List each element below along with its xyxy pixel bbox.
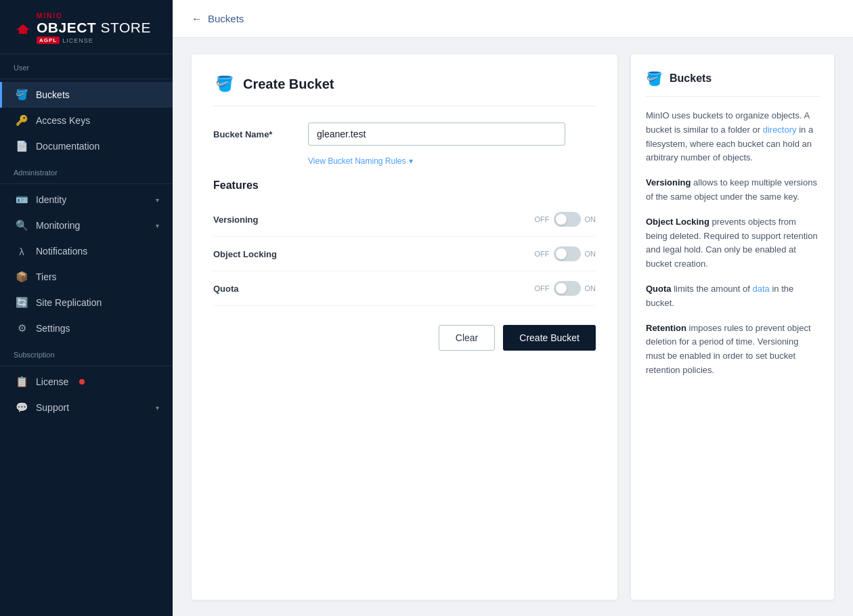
naming-rules-chevron-icon: ▾ bbox=[409, 156, 413, 166]
versioning-label: Versioning bbox=[213, 215, 535, 225]
site-replication-icon: 🔄 bbox=[16, 296, 28, 309]
documentation-icon: 📄 bbox=[16, 140, 28, 152]
object-locking-on-label: ON bbox=[585, 250, 596, 258]
object-locking-toggle-wrap: OFF ON bbox=[535, 246, 596, 261]
object-locking-label: Object Locking bbox=[213, 249, 535, 259]
view-naming-rules-link[interactable]: View Bucket Naming Rules ▾ bbox=[308, 156, 596, 166]
sidebar-item-buckets[interactable]: 🪣 Buckets bbox=[0, 82, 173, 108]
info-section-buckets: MinIO uses buckets to organize objects. … bbox=[646, 109, 819, 165]
bucket-name-label: Bucket Name* bbox=[213, 123, 294, 139]
identity-icon: 🪪 bbox=[16, 194, 28, 206]
sidebar: MINIO OBJECT STORE AGPL LICENSE User 🪣 B… bbox=[0, 0, 173, 616]
create-bucket-button[interactable]: Create Bucket bbox=[503, 325, 596, 351]
bucket-name-input[interactable] bbox=[308, 123, 565, 146]
info-retention-text: Retention imposes rules to prevent objec… bbox=[646, 322, 819, 378]
sidebar-label-tiers: Tiers bbox=[36, 271, 57, 282]
breadcrumb[interactable]: Buckets bbox=[208, 13, 244, 24]
sidebar-item-support[interactable]: 💬 Support ▾ bbox=[0, 395, 173, 420]
divider-admin bbox=[0, 183, 173, 184]
quota-on-label: ON bbox=[585, 284, 596, 292]
bucket-name-input-wrap bbox=[308, 123, 565, 146]
sidebar-label-site-replication: Site Replication bbox=[36, 297, 102, 308]
license-icon: 📋 bbox=[16, 376, 28, 388]
monitoring-icon: 🔍 bbox=[16, 219, 28, 232]
divider-user bbox=[0, 79, 173, 79]
info-bucket-icon: 🪣 bbox=[646, 70, 663, 87]
back-button[interactable]: ← bbox=[192, 13, 202, 25]
sidebar-label-settings: Settings bbox=[36, 323, 70, 334]
quota-label: Quota bbox=[213, 284, 535, 294]
sidebar-item-site-replication[interactable]: 🔄 Site Replication bbox=[0, 290, 173, 315]
info-object-locking-text: Object Locking prevents objects from bei… bbox=[646, 215, 819, 271]
sidebar-item-monitoring[interactable]: 🔍 Monitoring ▾ bbox=[0, 213, 173, 238]
user-section-label: User bbox=[0, 54, 173, 76]
identity-chevron-icon: ▾ bbox=[156, 196, 159, 204]
info-section-quota: Quota limits the amount of data in the b… bbox=[646, 282, 819, 311]
bucket-icon-large: 🪣 bbox=[213, 73, 235, 95]
sidebar-label-documentation: Documentation bbox=[36, 141, 100, 152]
quota-off-label: OFF bbox=[535, 284, 550, 292]
info-buckets-text: MinIO uses buckets to organize objects. … bbox=[646, 109, 819, 165]
settings-icon: ⚙ bbox=[16, 322, 28, 334]
versioning-row: Versioning OFF ON bbox=[213, 202, 596, 237]
divider-subscription bbox=[0, 366, 173, 366]
info-versioning-text: Versioning allows to keep multiple versi… bbox=[646, 176, 819, 204]
quota-row: Quota OFF ON bbox=[213, 271, 596, 306]
quota-toggle[interactable] bbox=[554, 281, 581, 296]
versioning-on-label: ON bbox=[585, 215, 596, 223]
sidebar-item-license[interactable]: 📋 License bbox=[0, 369, 173, 395]
info-section-object-locking: Object Locking prevents objects from bei… bbox=[646, 215, 819, 271]
features-title: Features bbox=[213, 179, 596, 192]
clear-button[interactable]: Clear bbox=[439, 325, 495, 351]
topbar: ← Buckets bbox=[173, 0, 853, 38]
sidebar-label-buckets: Buckets bbox=[36, 89, 70, 100]
support-chevron-icon: ▾ bbox=[156, 404, 159, 412]
sidebar-label-license: License bbox=[36, 376, 68, 387]
action-buttons: Clear Create Bucket bbox=[213, 325, 596, 351]
logo-minio: MINIO OBJECT STORE AGPL LICENSE bbox=[14, 12, 159, 44]
sidebar-item-notifications[interactable]: λ Notifications bbox=[0, 238, 173, 264]
versioning-toggle[interactable] bbox=[554, 212, 581, 227]
sidebar-item-access-keys[interactable]: 🔑 Access Keys bbox=[0, 108, 173, 133]
create-bucket-card: 🪣 Create Bucket Bucket Name* View Bucket… bbox=[192, 54, 617, 600]
logo-minio-text: MINIO bbox=[37, 12, 63, 20]
notifications-icon: λ bbox=[16, 245, 28, 257]
versioning-toggle-knob bbox=[556, 214, 567, 225]
versioning-off-label: OFF bbox=[535, 215, 550, 223]
sidebar-label-monitoring: Monitoring bbox=[36, 220, 80, 231]
page-content: 🪣 Create Bucket Bucket Name* View Bucket… bbox=[173, 38, 853, 616]
subscription-section-label: Subscription bbox=[0, 341, 173, 363]
sidebar-label-access-keys: Access Keys bbox=[36, 115, 90, 126]
sidebar-item-settings[interactable]: ⚙ Settings bbox=[0, 315, 173, 341]
info-panel-title: Buckets bbox=[670, 72, 712, 85]
info-panel-header: 🪣 Buckets bbox=[646, 70, 819, 97]
sidebar-item-identity[interactable]: 🪪 Identity ▾ bbox=[0, 187, 173, 213]
sidebar-item-tiers[interactable]: 📦 Tiers bbox=[0, 264, 173, 290]
object-locking-toggle-knob bbox=[556, 248, 567, 259]
info-quota-text: Quota limits the amount of data in the b… bbox=[646, 282, 819, 311]
versioning-toggle-wrap: OFF ON bbox=[535, 212, 596, 227]
sidebar-label-notifications: Notifications bbox=[36, 246, 87, 257]
agpl-badge: AGPL bbox=[37, 37, 60, 44]
sidebar-item-documentation[interactable]: 📄 Documentation bbox=[0, 133, 173, 159]
support-icon: 💬 bbox=[16, 401, 28, 414]
license-text: LICENSE bbox=[62, 37, 93, 44]
sidebar-label-identity: Identity bbox=[36, 194, 66, 205]
info-section-retention: Retention imposes rules to prevent objec… bbox=[646, 322, 819, 378]
card-title: 🪣 Create Bucket bbox=[213, 73, 596, 106]
logo-object: OBJECT bbox=[37, 20, 96, 35]
license-dot bbox=[79, 379, 85, 384]
view-naming-rules-text: View Bucket Naming Rules bbox=[308, 156, 406, 166]
monitoring-chevron-icon: ▾ bbox=[156, 222, 159, 229]
admin-section-label: Administrator bbox=[0, 159, 173, 181]
tiers-icon: 📦 bbox=[16, 271, 28, 283]
logo-license: AGPL LICENSE bbox=[37, 37, 151, 44]
object-locking-toggle[interactable] bbox=[554, 246, 581, 261]
minio-logo-icon bbox=[14, 22, 32, 35]
object-locking-off-label: OFF bbox=[535, 250, 550, 258]
access-keys-icon: 🔑 bbox=[16, 114, 28, 127]
sidebar-label-support: Support bbox=[36, 402, 69, 413]
main-content: ← Buckets 🪣 Create Bucket Bucket Name* V… bbox=[173, 0, 853, 616]
quota-toggle-knob bbox=[556, 283, 567, 294]
bucket-name-group: Bucket Name* bbox=[213, 123, 596, 146]
